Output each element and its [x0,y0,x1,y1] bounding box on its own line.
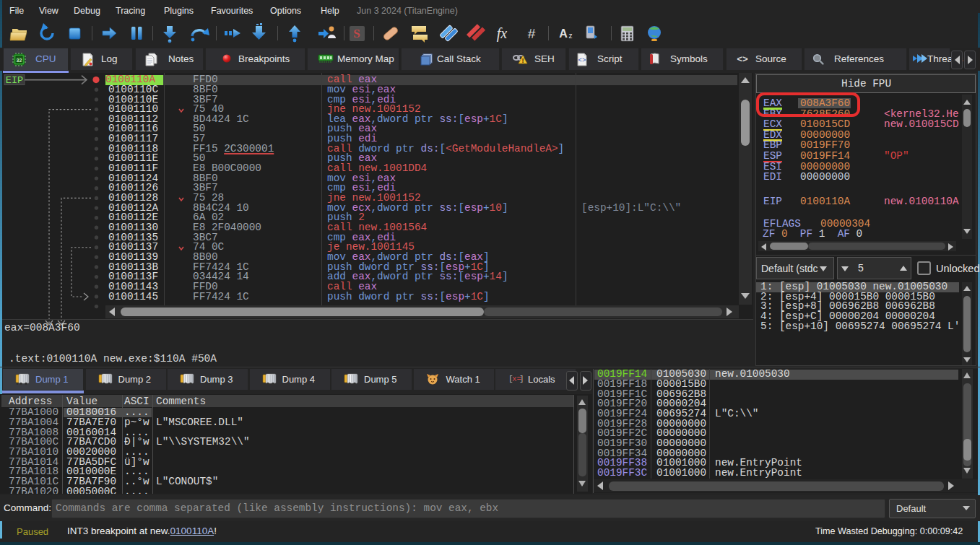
svg-text:!: ! [522,57,524,64]
svg-text:<>: <> [737,54,748,64]
svg-text:EIP: EIP [6,75,23,86]
svg-text:A: A [559,27,568,40]
svg-text:32: 32 [17,58,22,63]
svg-text:#: # [528,26,536,41]
svg-text:]: ] [519,375,524,383]
svg-text:<>: <> [578,57,586,64]
svg-text:S: S [353,27,360,40]
svg-text:fx: fx [497,25,508,42]
svg-text:z: z [569,32,573,40]
